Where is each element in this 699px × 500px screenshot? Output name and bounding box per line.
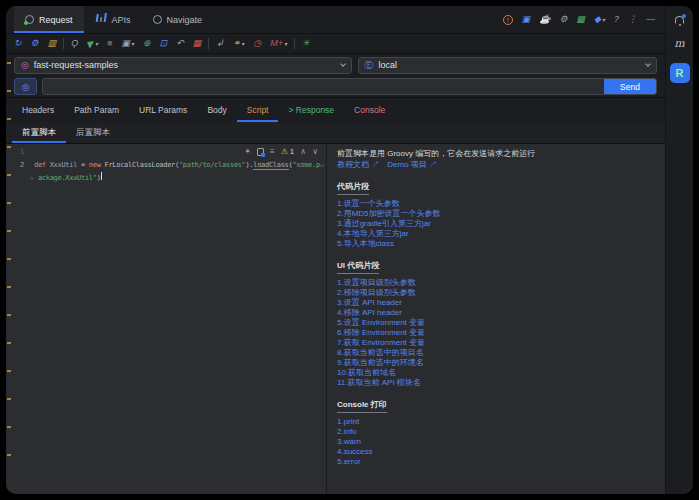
tab-response[interactable]: > Response: [278, 98, 344, 122]
send-request-icon[interactable]: ▶▾: [87, 39, 98, 48]
snippet-link[interactable]: 5.error: [337, 457, 655, 467]
snippet-link[interactable]: 9.获取当前选中的环境名: [337, 358, 655, 368]
doc-link[interactable]: 教程文档 ↗: [337, 159, 379, 170]
undo-icon[interactable]: ↶: [176, 39, 184, 48]
search-icon[interactable]: Ϙ: [71, 39, 78, 48]
tab-script[interactable]: Script: [237, 98, 279, 122]
clear-icon[interactable]: ▦: [193, 39, 202, 48]
pro-gem-icon[interactable]: ◆▾: [594, 15, 605, 24]
snippet-link[interactable]: 2.移除项目级别头参数: [337, 288, 655, 298]
script-code-editor[interactable]: 1 2 def XxxUtil = new FrLocalClassLoader…: [6, 144, 326, 494]
request-tabs: Headers Path Param URL Params Body Scrip…: [6, 98, 665, 122]
tab-console[interactable]: Console: [344, 98, 395, 122]
tab-path-param[interactable]: Path Param: [64, 98, 129, 122]
snippet-link[interactable]: 1.print: [337, 417, 655, 427]
dropdown-arrow-icon: ▾: [131, 41, 134, 47]
code-token: FrLocalClassLoader(: [105, 161, 179, 169]
save-icon[interactable]: ▣▾: [122, 39, 135, 48]
toolbar-separator: [294, 38, 295, 49]
navigate-tab-icon: [153, 15, 162, 24]
url-input[interactable]: [43, 79, 656, 94]
tab-apis[interactable]: APIs: [84, 6, 142, 33]
snippet-link[interactable]: 10.获取当前域名: [337, 368, 655, 378]
stop-icon[interactable]: ■: [107, 39, 112, 48]
environment-select[interactable]: Ⓔ local: [358, 57, 657, 74]
sync-icon[interactable]: ↻: [14, 39, 22, 48]
request-tab-icon: [25, 15, 34, 24]
snippet-link[interactable]: 3.设置 API header: [337, 298, 655, 308]
icon-glyph: ⚙: [559, 15, 567, 24]
snippet-link[interactable]: 3.通过gradle引入第三方jar: [337, 219, 655, 229]
tab-navigate[interactable]: Navigate: [142, 6, 214, 33]
snippet-link[interactable]: 11.获取当前 API 模块名: [337, 378, 655, 388]
code-line: 2 def XxxUtil = new FrLocalClassLoader("…: [6, 159, 326, 172]
snippet-link[interactable]: 4.本地导入第三方jar: [337, 229, 655, 239]
icon-glyph: ▥: [48, 39, 57, 48]
snippet-link[interactable]: 6.移除 Environment 变量: [337, 328, 655, 338]
icon-glyph: ▩: [577, 15, 586, 24]
toolbar-group-extra: ✳: [302, 39, 310, 48]
section-heading: Console 打印: [337, 399, 387, 413]
prev-problem-icon[interactable]: ∧: [300, 147, 306, 156]
tab-request[interactable]: Request: [14, 6, 84, 33]
doc-link[interactable]: Demo 项目 ↗: [387, 159, 437, 170]
markdown-icon[interactable]: M+▾: [270, 39, 287, 48]
config-gear-icon[interactable]: ⚙: [31, 39, 39, 48]
link-icon[interactable]: ⚭▾: [233, 39, 245, 48]
snippet-link[interactable]: 1.设置一个头参数: [337, 199, 655, 209]
import-icon[interactable]: ↲: [216, 39, 224, 48]
url-row: ◎ Send: [6, 76, 665, 98]
snippet-link[interactable]: 2.info: [337, 427, 655, 437]
method-selector[interactable]: ◎: [14, 78, 37, 95]
snippet-link[interactable]: 5.设置 Environment 变量: [337, 318, 655, 328]
wrap-lines-icon[interactable]: ≡: [270, 147, 275, 156]
coffee-icon[interactable]: ☕: [539, 15, 550, 24]
minimize-icon[interactable]: —: [646, 15, 655, 24]
clipboard-icon[interactable]: [257, 148, 264, 156]
icon-glyph: ⚭: [233, 39, 241, 48]
locate-icon[interactable]: ⊕: [143, 39, 151, 48]
tab-apis-label: APIs: [112, 15, 131, 25]
icon-glyph: ◷: [253, 39, 261, 48]
snippet-link[interactable]: 7.获取 Environment 变量: [337, 338, 655, 348]
settings-gear-icon[interactable]: ⚙: [559, 15, 567, 24]
burst-icon[interactable]: ✳: [302, 39, 310, 48]
icon-glyph: ↶: [176, 39, 184, 48]
help-icon[interactable]: ?: [614, 15, 619, 24]
notifications-bell-icon[interactable]: [675, 16, 684, 24]
next-problem-icon[interactable]: ∨: [312, 147, 318, 156]
code-token: "path/to/classes": [179, 161, 246, 169]
history-clock-icon[interactable]: ◷: [253, 39, 261, 48]
snippet-link[interactable]: 5.导入本地class: [337, 239, 655, 249]
cube-icon[interactable]: ⊡: [160, 39, 168, 48]
maven-tool-button[interactable]: m: [674, 37, 684, 50]
fast-request-tool-button[interactable]: R: [670, 63, 690, 83]
tab-pre-script[interactable]: 前置脚本: [12, 122, 66, 143]
dropdown-arrow-icon: ▾: [241, 41, 244, 47]
icon-glyph: M+: [270, 39, 283, 48]
card-view-icon[interactable]: ▥: [48, 39, 57, 48]
license-badge-icon[interactable]: ▩: [577, 15, 586, 24]
snippet-link[interactable]: 1.设置项目级别头参数: [337, 278, 655, 288]
send-button[interactable]: Send: [604, 79, 656, 94]
snippet-link[interactable]: 3.warn: [337, 437, 655, 447]
tab-headers[interactable]: Headers: [12, 98, 64, 122]
toolbar-separator: [63, 38, 64, 49]
ai-robot-icon[interactable]: ▣: [522, 15, 531, 24]
warning-count: 1: [290, 147, 294, 156]
more-options-icon[interactable]: ⋮: [628, 15, 637, 24]
titlebar: Request APIs Navigate ↑▣☕⚙▩◆▾?⋮—: [6, 6, 665, 34]
warning-icon[interactable]: ⚠: [281, 147, 288, 156]
ai-actions-icon[interactable]: ✶: [244, 147, 251, 156]
project-select[interactable]: ◎ fast-request-samples: [14, 57, 352, 74]
snippet-link[interactable]: 8.获取当前选中的项目名: [337, 348, 655, 358]
tab-body[interactable]: Body: [197, 98, 236, 122]
section-console-print: Console 打印 1.print2.info3.warn4.success5…: [337, 399, 655, 467]
tab-post-script[interactable]: 后置脚本: [66, 122, 120, 143]
tab-url-params[interactable]: URL Params: [129, 98, 197, 122]
snippet-link[interactable]: 2.用MD5加密设置一个头参数: [337, 209, 655, 219]
snippet-link[interactable]: 4.success: [337, 447, 655, 457]
titlebar-actions: ↑▣☕⚙▩◆▾?⋮—: [503, 6, 665, 33]
snippet-link[interactable]: 4.移除 API header: [337, 308, 655, 318]
upgrade-icon[interactable]: ↑: [503, 15, 513, 25]
